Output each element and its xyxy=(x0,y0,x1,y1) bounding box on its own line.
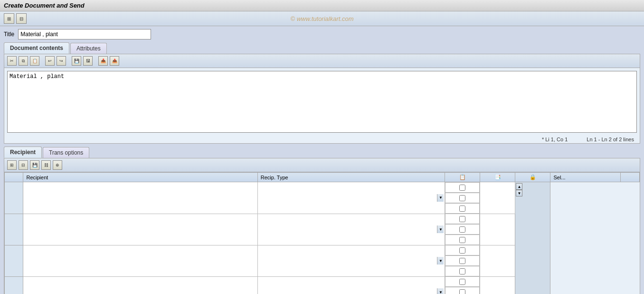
checkbox-cell-0[interactable] xyxy=(445,276,480,287)
recip-type-dropdown-arrow[interactable]: ▼ xyxy=(437,288,444,294)
recip-btn-3[interactable]: 💾 xyxy=(30,160,39,170)
doc-btn-cut[interactable]: ✂ xyxy=(7,56,17,66)
checkbox-cell-1[interactable] xyxy=(445,287,480,294)
title-bar-label: Create Document and Send xyxy=(4,2,85,9)
checkbox-cell-1[interactable] xyxy=(445,255,480,266)
main-toolbar: ⊞ ⊟ © www.tutorialkart.com xyxy=(0,11,644,26)
recip-type-dropdown-arrow[interactable]: ▼ xyxy=(437,194,444,202)
row-sel-cell xyxy=(5,214,23,245)
checkbox-cell-1[interactable] xyxy=(445,224,480,235)
scroll-col: ▲▼ xyxy=(515,182,550,294)
row-sel-cell xyxy=(5,182,23,214)
row-sel-cell xyxy=(5,245,23,276)
recip-type-dropdown-arrow[interactable]: ▼ xyxy=(437,225,444,233)
doc-btn-undo[interactable]: ↩ xyxy=(45,56,55,66)
tab-attributes[interactable]: Attributes xyxy=(70,43,107,54)
recip-btn-2[interactable]: ⊟ xyxy=(19,160,28,170)
col-header-recip-type: Recip. Type xyxy=(257,173,445,182)
title-bar: Create Document and Send xyxy=(0,0,644,11)
checkbox-1[interactable] xyxy=(459,195,465,201)
tab-trans-options[interactable]: Trans options xyxy=(43,147,89,158)
doc-btn-redo[interactable]: ↪ xyxy=(57,56,66,66)
checkbox-cell-2[interactable] xyxy=(445,203,480,214)
recip-type-cell[interactable]: ▼ xyxy=(257,276,445,294)
doc-toolbar: ✂ ⧉ 📋 ↩ ↪ 💾 🖫 📥 📤 xyxy=(4,54,640,68)
checkbox-2[interactable] xyxy=(459,237,465,243)
sel-col-cell xyxy=(480,214,515,245)
recip-type-cell[interactable]: ▼ xyxy=(257,214,445,245)
checkbox-0[interactable] xyxy=(459,216,465,222)
doc-btn-paste[interactable]: 📋 xyxy=(30,56,39,66)
table-row: ▼▲▼ xyxy=(5,182,640,214)
cursor-pos: * Li 1, Co 1 xyxy=(542,137,568,142)
checkbox-cell-0[interactable] xyxy=(445,214,480,224)
doc-panel: ✂ ⧉ 📋 ↩ ↪ 💾 🖫 📥 📤 Material , plant * Li … xyxy=(4,54,640,144)
recipient-cell[interactable] xyxy=(23,182,257,214)
col-header-icon1: 📋 xyxy=(445,173,480,182)
recip-btn-5[interactable]: ⊕ xyxy=(53,160,62,170)
checkbox-cell-1[interactable] xyxy=(445,193,480,203)
sel-col-cell xyxy=(480,245,515,276)
watermark: © www.tutorialkart.com xyxy=(290,15,353,22)
recip-btn-1[interactable]: ⊞ xyxy=(7,160,17,170)
sel-col-cell xyxy=(480,182,515,214)
doc-btn-copy[interactable]: ⧉ xyxy=(19,56,28,66)
checkbox-cell-2[interactable] xyxy=(445,266,480,276)
checkbox-1[interactable] xyxy=(459,258,465,264)
checkbox-2[interactable] xyxy=(459,268,465,274)
checkbox-1[interactable] xyxy=(459,226,465,233)
doc-status-bar: * Li 1, Co 1 Ln 1 - Ln 2 of 2 lines xyxy=(4,136,640,143)
checkbox-1[interactable] xyxy=(459,289,465,294)
recipient-cell[interactable] xyxy=(23,245,257,276)
doc-editor[interactable]: Material , plant xyxy=(7,71,637,133)
bottom-tabs: Recipient Trans options xyxy=(0,144,644,158)
checkbox-cell-0[interactable] xyxy=(445,245,480,255)
title-label: Title xyxy=(4,31,14,38)
doc-btn-save[interactable]: 💾 xyxy=(72,56,81,66)
col-header-scroll xyxy=(621,173,640,182)
checkbox-cell-2[interactable] xyxy=(445,235,480,245)
recipient-table: Recipient Recip. Type 📋 📑 🔒 Sel... ▼▲▼▼▼… xyxy=(4,172,640,294)
doc-btn-save-as[interactable]: 🖫 xyxy=(83,56,93,66)
doc-tabs: Document contents Attributes xyxy=(0,42,644,54)
checkbox-cell-0[interactable] xyxy=(445,182,480,193)
recipient-table-wrap: Recipient Recip. Type 📋 📑 🔒 Sel... ▼▲▼▼▼… xyxy=(4,172,640,294)
recipient-panel: ⊞ ⊟ 💾 ⛓ ⊕ Recipient Recip. Type 📋 📑 🔒 Se… xyxy=(4,158,640,294)
checkbox-0[interactable] xyxy=(459,185,465,191)
col-header-selcol: Sel... xyxy=(550,173,621,182)
col-header-sel-row xyxy=(5,173,23,182)
recip-type-cell[interactable]: ▼ xyxy=(257,182,445,214)
row-sel-cell xyxy=(5,276,23,294)
title-input[interactable] xyxy=(18,29,151,39)
tab-recipient[interactable]: Recipient xyxy=(4,147,42,158)
line-info: Ln 1 - Ln 2 of 2 lines xyxy=(587,137,634,142)
recip-type-cell[interactable]: ▼ xyxy=(257,245,445,276)
col-header-lock: 🔒 xyxy=(515,173,550,182)
scroll-down-btn[interactable]: ▼ xyxy=(516,190,522,196)
title-field-row: Title xyxy=(0,26,644,42)
recipient-cell[interactable] xyxy=(23,276,257,294)
recip-btn-4[interactable]: ⛓ xyxy=(41,160,51,170)
checkbox-2[interactable] xyxy=(459,206,465,212)
checkbox-0[interactable] xyxy=(459,247,465,254)
col-header-icon2: 📑 xyxy=(480,173,515,182)
scroll-up-btn[interactable]: ▲ xyxy=(516,183,522,190)
recip-type-dropdown-arrow[interactable]: ▼ xyxy=(437,257,444,265)
btn-grid[interactable]: ⊞ xyxy=(4,13,14,24)
recipient-toolbar: ⊞ ⊟ 💾 ⛓ ⊕ xyxy=(4,158,640,172)
doc-btn-export[interactable]: 📤 xyxy=(110,56,119,66)
checkbox-0[interactable] xyxy=(459,279,465,285)
recipient-table-container: Recipient Recip. Type 📋 📑 🔒 Sel... ▼▲▼▼▼… xyxy=(4,172,640,294)
doc-btn-import[interactable]: 📥 xyxy=(98,56,108,66)
sel-col-cell xyxy=(480,276,515,294)
tab-document-contents[interactable]: Document contents xyxy=(4,42,69,54)
recipient-cell[interactable] xyxy=(23,214,257,245)
btn-copy-grid[interactable]: ⊟ xyxy=(16,13,27,24)
col-header-recipient: Recipient xyxy=(23,173,257,182)
